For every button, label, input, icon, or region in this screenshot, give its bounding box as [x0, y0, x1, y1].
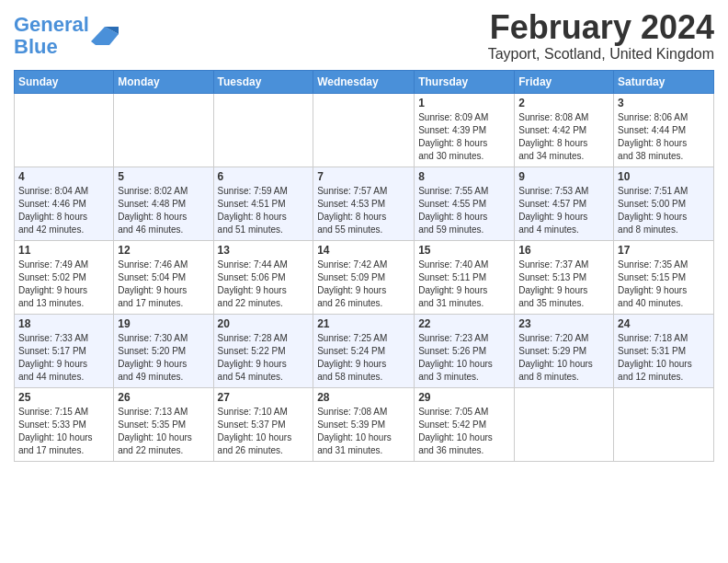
day-number: 11	[18, 244, 109, 257]
day-info: Sunrise: 8:04 AM Sunset: 4:46 PM Dayligh…	[18, 185, 109, 236]
day-info: Sunrise: 7:53 AM Sunset: 4:57 PM Dayligh…	[518, 185, 609, 236]
header-thursday: Thursday	[415, 70, 515, 93]
calendar-cell: 6Sunrise: 7:59 AM Sunset: 4:51 PM Daylig…	[213, 167, 313, 240]
day-info: Sunrise: 8:06 AM Sunset: 4:44 PM Dayligh…	[618, 111, 710, 163]
day-info: Sunrise: 7:05 AM Sunset: 5:42 PM Dayligh…	[418, 406, 510, 457]
logo-text: General Blue	[14, 14, 89, 58]
day-number: 27	[218, 391, 310, 404]
calendar-cell: 13Sunrise: 7:44 AM Sunset: 5:06 PM Dayli…	[213, 240, 313, 314]
month-title: February 2024	[488, 9, 714, 46]
calendar-cell	[213, 93, 313, 167]
day-number: 6	[218, 170, 310, 183]
header: General Blue February 2024 Tayport, Scot…	[14, 9, 714, 63]
calendar-cell	[15, 93, 114, 167]
day-info: Sunrise: 7:57 AM Sunset: 4:53 PM Dayligh…	[317, 185, 410, 236]
header-wednesday: Wednesday	[313, 70, 415, 93]
calendar-cell: 25Sunrise: 7:15 AM Sunset: 5:33 PM Dayli…	[15, 387, 114, 461]
day-info: Sunrise: 7:30 AM Sunset: 5:20 PM Dayligh…	[118, 332, 209, 384]
day-number: 13	[218, 244, 310, 257]
day-number: 20	[218, 317, 310, 330]
calendar-cell: 8Sunrise: 7:55 AM Sunset: 4:55 PM Daylig…	[415, 167, 515, 240]
day-number: 3	[618, 97, 710, 109]
day-info: Sunrise: 7:13 AM Sunset: 5:35 PM Dayligh…	[118, 406, 209, 457]
calendar-cell	[313, 93, 415, 167]
day-number: 29	[418, 391, 510, 404]
day-number: 19	[118, 317, 209, 330]
day-number: 1	[418, 97, 510, 109]
day-number: 26	[118, 391, 209, 404]
day-info: Sunrise: 7:37 AM Sunset: 5:13 PM Dayligh…	[518, 259, 609, 310]
day-info: Sunrise: 7:55 AM Sunset: 4:55 PM Dayligh…	[418, 185, 510, 236]
day-info: Sunrise: 7:08 AM Sunset: 5:39 PM Dayligh…	[317, 406, 410, 457]
calendar-cell: 29Sunrise: 7:05 AM Sunset: 5:42 PM Dayli…	[415, 387, 515, 461]
day-info: Sunrise: 8:02 AM Sunset: 4:48 PM Dayligh…	[118, 185, 209, 236]
day-number: 7	[317, 170, 410, 183]
day-info: Sunrise: 7:18 AM Sunset: 5:31 PM Dayligh…	[618, 332, 710, 384]
calendar-cell: 12Sunrise: 7:46 AM Sunset: 5:04 PM Dayli…	[114, 240, 213, 314]
day-number: 28	[317, 391, 410, 404]
day-info: Sunrise: 8:08 AM Sunset: 4:42 PM Dayligh…	[518, 111, 609, 163]
day-info: Sunrise: 8:09 AM Sunset: 4:39 PM Dayligh…	[418, 111, 510, 163]
day-number: 18	[18, 317, 109, 330]
title-section: February 2024 Tayport, Scotland, United …	[488, 9, 714, 63]
header-tuesday: Tuesday	[213, 70, 313, 93]
calendar-cell: 27Sunrise: 7:10 AM Sunset: 5:37 PM Dayli…	[213, 387, 313, 461]
day-info: Sunrise: 7:25 AM Sunset: 5:24 PM Dayligh…	[317, 332, 410, 384]
calendar-week-5: 25Sunrise: 7:15 AM Sunset: 5:33 PM Dayli…	[15, 387, 714, 461]
day-number: 15	[418, 244, 510, 257]
header-sunday: Sunday	[15, 70, 114, 93]
calendar-cell: 26Sunrise: 7:13 AM Sunset: 5:35 PM Dayli…	[114, 387, 213, 461]
day-number: 10	[618, 170, 710, 183]
calendar-cell	[515, 387, 614, 461]
day-number: 24	[618, 317, 710, 330]
calendar-week-1: 1Sunrise: 8:09 AM Sunset: 4:39 PM Daylig…	[15, 93, 714, 167]
calendar-cell: 15Sunrise: 7:40 AM Sunset: 5:11 PM Dayli…	[415, 240, 515, 314]
logo: General Blue	[14, 14, 119, 58]
day-number: 17	[618, 244, 710, 257]
calendar-cell: 19Sunrise: 7:30 AM Sunset: 5:20 PM Dayli…	[114, 314, 213, 387]
calendar-week-3: 11Sunrise: 7:49 AM Sunset: 5:02 PM Dayli…	[15, 240, 714, 314]
header-friday: Friday	[515, 70, 614, 93]
calendar-cell: 2Sunrise: 8:08 AM Sunset: 4:42 PM Daylig…	[515, 93, 614, 167]
location-title: Tayport, Scotland, United Kingdom	[488, 46, 714, 63]
header-saturday: Saturday	[614, 70, 714, 93]
day-info: Sunrise: 7:10 AM Sunset: 5:37 PM Dayligh…	[218, 406, 310, 457]
day-number: 22	[418, 317, 510, 330]
calendar-cell: 16Sunrise: 7:37 AM Sunset: 5:13 PM Dayli…	[515, 240, 614, 314]
day-info: Sunrise: 7:40 AM Sunset: 5:11 PM Dayligh…	[418, 259, 510, 310]
calendar-cell: 5Sunrise: 8:02 AM Sunset: 4:48 PM Daylig…	[114, 167, 213, 240]
calendar-cell: 4Sunrise: 8:04 AM Sunset: 4:46 PM Daylig…	[15, 167, 114, 240]
logo-icon	[91, 25, 119, 45]
calendar-week-4: 18Sunrise: 7:33 AM Sunset: 5:17 PM Dayli…	[15, 314, 714, 387]
day-info: Sunrise: 7:15 AM Sunset: 5:33 PM Dayligh…	[18, 406, 109, 457]
calendar-cell: 11Sunrise: 7:49 AM Sunset: 5:02 PM Dayli…	[15, 240, 114, 314]
calendar-cell: 14Sunrise: 7:42 AM Sunset: 5:09 PM Dayli…	[313, 240, 415, 314]
day-number: 4	[18, 170, 109, 183]
calendar-cell: 22Sunrise: 7:23 AM Sunset: 5:26 PM Dayli…	[415, 314, 515, 387]
day-info: Sunrise: 7:44 AM Sunset: 5:06 PM Dayligh…	[218, 259, 310, 310]
calendar-cell: 20Sunrise: 7:28 AM Sunset: 5:22 PM Dayli…	[213, 314, 313, 387]
day-number: 16	[518, 244, 609, 257]
day-number: 5	[118, 170, 209, 183]
day-info: Sunrise: 7:59 AM Sunset: 4:51 PM Dayligh…	[218, 185, 310, 236]
calendar-cell: 3Sunrise: 8:06 AM Sunset: 4:44 PM Daylig…	[614, 93, 714, 167]
day-number: 12	[118, 244, 209, 257]
calendar-table: Sunday Monday Tuesday Wednesday Thursday…	[14, 70, 714, 462]
calendar-cell	[614, 387, 714, 461]
day-info: Sunrise: 7:46 AM Sunset: 5:04 PM Dayligh…	[118, 259, 209, 310]
calendar-week-2: 4Sunrise: 8:04 AM Sunset: 4:46 PM Daylig…	[15, 167, 714, 240]
calendar-cell: 23Sunrise: 7:20 AM Sunset: 5:29 PM Dayli…	[515, 314, 614, 387]
day-number: 8	[418, 170, 510, 183]
logo-blue: Blue	[14, 35, 58, 58]
logo-general: General	[14, 13, 89, 36]
day-info: Sunrise: 7:35 AM Sunset: 5:15 PM Dayligh…	[618, 259, 710, 310]
day-info: Sunrise: 7:28 AM Sunset: 5:22 PM Dayligh…	[218, 332, 310, 384]
header-monday: Monday	[114, 70, 213, 93]
day-number: 9	[518, 170, 609, 183]
day-number: 2	[518, 97, 609, 109]
calendar-cell: 17Sunrise: 7:35 AM Sunset: 5:15 PM Dayli…	[614, 240, 714, 314]
day-info: Sunrise: 7:51 AM Sunset: 5:00 PM Dayligh…	[618, 185, 710, 236]
calendar-cell: 18Sunrise: 7:33 AM Sunset: 5:17 PM Dayli…	[15, 314, 114, 387]
day-number: 23	[518, 317, 609, 330]
day-info: Sunrise: 7:42 AM Sunset: 5:09 PM Dayligh…	[317, 259, 410, 310]
